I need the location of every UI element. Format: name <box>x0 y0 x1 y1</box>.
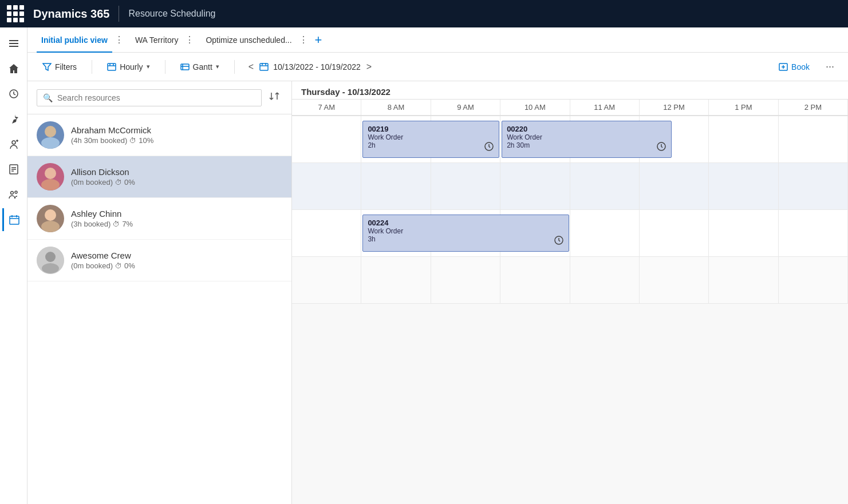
resource-booked-allison: (0m booked) <box>71 178 113 186</box>
reports-icon <box>8 164 19 175</box>
contacts-icon <box>8 138 19 150</box>
work-order-00224[interactable]: 00224 Work Order 3h <box>362 215 569 252</box>
avatar-ashley-svg <box>37 205 64 232</box>
gantt-row-allison <box>292 163 848 210</box>
app-launcher-icon[interactable] <box>7 5 24 22</box>
toolbar-sep-1 <box>92 60 92 74</box>
clock-icon <box>8 88 19 100</box>
resource-item-allison[interactable]: Allison Dickson (0m booked) ⏱ 0% <box>27 156 291 198</box>
svg-rect-1 <box>9 43 18 44</box>
hourly-label: Hourly <box>120 62 143 72</box>
resource-name-allison: Allison Dickson <box>71 167 135 177</box>
scheduler: 🔍 <box>27 81 848 504</box>
svg-point-33 <box>41 137 60 149</box>
resource-booked-awesome-crew: (0m booked) <box>71 261 113 270</box>
content-area: Initial public view ⋮ WA Territory ⋮ Opt… <box>27 27 848 504</box>
resource-search-bar: 🔍 <box>27 81 291 114</box>
resource-meta-allison: (0m booked) ⏱ 0% <box>71 178 135 186</box>
clock-icon-allison: ⏱ <box>115 178 122 186</box>
prev-arrow-button[interactable]: < <box>244 59 258 74</box>
resource-meta-awesome-crew: (0m booked) ⏱ 0% <box>71 261 135 270</box>
sidebar-item-calendar[interactable] <box>2 208 25 231</box>
resource-name-abraham: Abraham McCormick <box>71 125 153 135</box>
sidebar-item-recent[interactable] <box>2 82 25 105</box>
hourly-chevron: ▾ <box>147 63 150 70</box>
next-arrow-button[interactable]: > <box>362 59 376 74</box>
resource-util-ashley: 7% <box>122 220 133 228</box>
resource-info-allison: Allison Dickson (0m booked) ⏱ 0% <box>71 167 135 186</box>
pin-icon <box>8 113 19 125</box>
avatar-awesome-crew-svg <box>37 247 64 274</box>
sidebar-item-pinned[interactable] <box>2 108 25 130</box>
tab-add-button[interactable]: + <box>310 33 327 47</box>
filters-button[interactable]: Filters <box>37 59 82 75</box>
tab-more-initial[interactable]: ⋮ <box>112 34 126 45</box>
toolbar-sep-2 <box>165 60 165 74</box>
resource-meta-abraham: (4h 30m booked) ⏱ 10% <box>71 136 153 145</box>
gantt-icon <box>180 62 190 72</box>
people-icon <box>8 189 19 200</box>
filters-label: Filters <box>55 62 77 72</box>
sort-button[interactable] <box>266 88 282 107</box>
date-range-text: 10/13/2022 - 10/19/2022 <box>273 62 361 72</box>
resource-meta-ashley: (3h booked) ⏱ 7% <box>71 220 133 228</box>
sidebar-item-reports[interactable] <box>2 158 25 181</box>
tab-initial-public-view[interactable]: Initial public view <box>37 27 112 53</box>
gantt-row-awesome-crew <box>292 257 848 304</box>
wo-number-00220: 00220 <box>507 125 666 133</box>
svg-point-37 <box>45 209 56 221</box>
hourly-button[interactable]: Hourly ▾ <box>101 59 155 75</box>
svg-rect-0 <box>9 40 18 41</box>
sidebar-item-menu[interactable] <box>2 32 25 55</box>
tab-optimize[interactable]: Optimize unscheduled... <box>201 27 296 53</box>
resource-booked-abraham: (4h 30m booked) <box>71 136 127 145</box>
gantt-chevron: ▾ <box>216 63 219 70</box>
resource-util-awesome-crew: 0% <box>124 261 135 270</box>
resource-info-ashley: Ashley Chinn (3h booked) ⏱ 7% <box>71 209 133 228</box>
gantt-date-header: Thursday - 10/13/2022 7 AM 8 AM 9 AM 10 … <box>292 81 848 116</box>
tab-more-optimize[interactable]: ⋮ <box>297 34 310 45</box>
tab-label-initial: Initial public view <box>41 35 108 45</box>
resource-info-abraham: Abraham McCormick (4h 30m booked) ⏱ 10% <box>71 125 153 145</box>
clock-icon-abraham: ⏱ <box>129 137 136 145</box>
resource-item-abraham[interactable]: Abraham McCormick (4h 30m booked) ⏱ 10% <box>27 114 291 156</box>
time-slot-12pm: 12 PM <box>640 100 709 115</box>
sidebar-icons <box>0 27 27 504</box>
clock-icon-awesome-crew: ⏱ <box>115 262 122 270</box>
svg-rect-13 <box>10 216 19 224</box>
sidebar-item-people[interactable] <box>2 183 25 206</box>
svg-point-41 <box>42 263 59 273</box>
work-order-00219[interactable]: 00219 Work Order 2h <box>362 121 499 158</box>
sidebar-item-home[interactable] <box>2 57 25 80</box>
search-input[interactable] <box>57 93 255 102</box>
wo-duration-00219: 2h <box>368 141 494 149</box>
gantt-area: Thursday - 10/13/2022 7 AM 8 AM 9 AM 10 … <box>292 81 848 504</box>
wo-type-00220: Work Order <box>507 133 666 141</box>
book-button[interactable]: Book <box>772 59 817 75</box>
wo-type-00224: Work Order <box>368 227 563 235</box>
time-slot-11am: 11 AM <box>570 100 640 115</box>
resource-item-awesome-crew[interactable]: Awesome Crew (0m booked) ⏱ 0% <box>27 240 291 281</box>
gantt-header-date-text: Thursday - 10/13/2022 <box>292 81 848 100</box>
time-slot-10am: 10 AM <box>500 100 570 115</box>
search-input-wrapper[interactable]: 🔍 <box>37 89 262 106</box>
main-layout: Initial public view ⋮ WA Territory ⋮ Opt… <box>0 27 848 504</box>
tab-wa-territory[interactable]: WA Territory <box>131 27 183 53</box>
tab-more-wa[interactable]: ⋮ <box>183 34 196 45</box>
time-slot-9am: 9 AM <box>431 100 500 115</box>
wo-type-00219: Work Order <box>368 133 494 141</box>
svg-point-40 <box>45 252 56 262</box>
svg-point-11 <box>10 192 13 195</box>
tab-label-wa: WA Territory <box>135 35 178 45</box>
wo-clock-00220 <box>656 141 666 154</box>
gantt-button[interactable]: Gantt ▾ <box>175 59 225 75</box>
more-options-button[interactable]: ··· <box>821 58 839 75</box>
svg-point-35 <box>45 168 56 179</box>
wo-duration-00220: 2h 30m <box>507 141 666 149</box>
sidebar-item-contacts[interactable] <box>2 133 25 156</box>
resource-util-abraham: 10% <box>139 136 153 145</box>
wo-duration-00224: 3h <box>368 235 563 243</box>
resource-item-ashley[interactable]: Ashley Chinn (3h booked) ⏱ 7% <box>27 198 291 240</box>
gantt-grid-allison <box>292 163 848 209</box>
work-order-00220[interactable]: 00220 Work Order 2h 30m <box>502 121 672 158</box>
